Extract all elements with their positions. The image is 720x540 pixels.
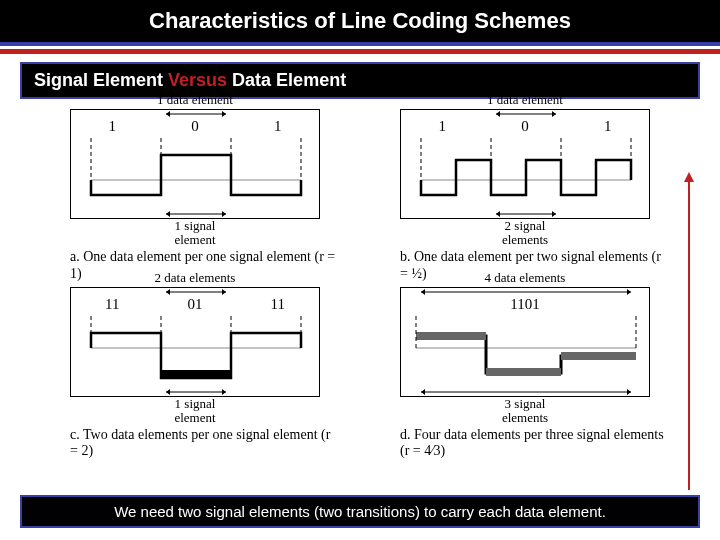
panel-c-bot-label-1: 1 signal xyxy=(175,397,216,410)
panel-a-bot-label-1: 1 signal xyxy=(175,219,216,232)
panel-a-top-label: 1 data element xyxy=(157,92,233,108)
subtitle-post: Data Element xyxy=(227,70,346,90)
panel-c-top-label: 2 data elements xyxy=(155,270,236,286)
panel-d-caption: d. Four data elements per three signal e… xyxy=(380,427,670,461)
panel-b: 1 data element 1 0 1 2 signal elements xyxy=(380,109,670,283)
panel-b-waveform xyxy=(401,110,651,220)
page-title: Characteristics of Line Coding Schemes xyxy=(0,0,720,46)
panel-a-bot-label-2: element xyxy=(174,233,215,246)
panel-a-waveform xyxy=(71,110,321,220)
panel-b-bot-label-1: 2 signal xyxy=(505,219,546,232)
svg-rect-18 xyxy=(486,368,561,376)
red-callout-arrow xyxy=(688,180,690,490)
panel-d-bot-label-1: 3 signal xyxy=(505,397,546,410)
diagram-grid: 1 data element 1 0 1 1 signal element xyxy=(0,99,720,460)
panel-d-top-label: 4 data elements xyxy=(485,270,566,286)
panel-a-frame: 1 data element 1 0 1 1 signal element xyxy=(70,109,320,219)
panel-b-top-label: 1 data element xyxy=(487,92,563,108)
panel-b-frame: 1 data element 1 0 1 2 signal elements xyxy=(400,109,650,219)
subtitle-pre: Signal Element xyxy=(34,70,168,90)
panel-c-waveform xyxy=(71,288,321,398)
svg-rect-11 xyxy=(161,370,231,378)
subtitle: Signal Element Versus Data Element xyxy=(20,62,700,99)
panel-c: 2 data elements 11 01 11 1 signal xyxy=(50,287,340,461)
panel-c-caption: c. Two data elements per one signal elem… xyxy=(50,427,340,461)
panel-c-frame: 2 data elements 11 01 11 1 signal xyxy=(70,287,320,397)
svg-rect-17 xyxy=(416,332,486,340)
footer-note: We need two signal elements (two transit… xyxy=(20,495,700,528)
panel-b-bot-label-2: elements xyxy=(502,233,548,246)
panel-d-frame: 4 data elements 1101 3 signal elements xyxy=(400,287,650,397)
panel-d-bot-label-2: elements xyxy=(502,411,548,424)
panel-d: 4 data elements 1101 3 signal elements xyxy=(380,287,670,461)
panel-a: 1 data element 1 0 1 1 signal element xyxy=(50,109,340,283)
panel-c-bot-label-2: element xyxy=(174,411,215,424)
subtitle-versus: Versus xyxy=(168,70,227,90)
divider xyxy=(0,49,720,54)
svg-rect-19 xyxy=(561,352,636,360)
panel-d-waveform xyxy=(401,288,651,398)
